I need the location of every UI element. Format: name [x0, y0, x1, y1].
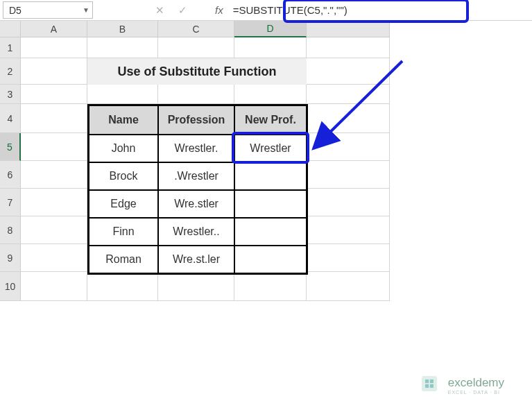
- formula-bar: D5 ▼ ✕ ✓ fx: [0, 0, 532, 21]
- row-header-10[interactable]: 10: [0, 272, 21, 301]
- cell-grid[interactable]: Use of Substitute Function Name Professi…: [21, 37, 390, 301]
- cell-name[interactable]: John: [89, 135, 158, 162]
- cell-newprof[interactable]: [234, 246, 307, 273]
- table-row: Edge Wre.stler: [89, 190, 307, 218]
- cell-profession[interactable]: Wre.stler: [158, 190, 234, 218]
- col-header-D[interactable]: D: [234, 21, 307, 37]
- cell-name[interactable]: Roman: [89, 246, 158, 273]
- row-header-5[interactable]: 5: [0, 133, 21, 161]
- watermark: exceldemy EXCEL · DATA · BI: [418, 372, 504, 398]
- col-header-C[interactable]: C: [158, 21, 234, 37]
- formula-input[interactable]: [229, 1, 529, 19]
- svg-rect-5: [425, 384, 429, 388]
- row-header-1[interactable]: 1: [0, 37, 21, 58]
- cell-profession[interactable]: Wrestler..: [158, 218, 234, 246]
- cell-profession[interactable]: Wre.st.ler: [158, 246, 234, 273]
- data-table: Name Profession New Prof. John Wrestler.…: [87, 104, 308, 275]
- select-all-corner[interactable]: [0, 21, 21, 37]
- column-headers: A B C D: [21, 21, 390, 37]
- cell-newprof[interactable]: Wrestler: [234, 135, 307, 162]
- table-row: Finn Wrestler..: [89, 218, 307, 246]
- row-header-2[interactable]: 2: [0, 58, 21, 85]
- svg-rect-2: [422, 376, 437, 391]
- table-row: Roman Wre.st.ler: [89, 246, 307, 273]
- cell-newprof[interactable]: [234, 218, 307, 246]
- row-header-9[interactable]: 9: [0, 244, 21, 272]
- cell-name[interactable]: Brock: [89, 162, 158, 190]
- col-header-A[interactable]: A: [21, 21, 87, 37]
- svg-rect-6: [430, 384, 434, 388]
- row-header-4[interactable]: 4: [0, 104, 21, 133]
- sheet-area: 1 2 3 4 5 6 7 8 9 10 Use of Substitute F…: [0, 37, 532, 301]
- cell-profession[interactable]: .Wrestler: [158, 162, 234, 190]
- fx-button-group: ✕ ✓ fx: [155, 4, 229, 17]
- logo-icon: [418, 372, 441, 398]
- watermark-brand: exceldemy: [448, 376, 504, 390]
- cancel-icon[interactable]: ✕: [155, 4, 164, 17]
- confirm-icon[interactable]: ✓: [178, 4, 187, 17]
- cell-name[interactable]: Edge: [89, 190, 158, 218]
- page-title: Use of Substitute Function: [87, 58, 307, 85]
- svg-rect-4: [430, 379, 434, 383]
- table-header-newprof: New Prof.: [234, 105, 307, 135]
- svg-rect-3: [425, 379, 429, 383]
- cell-profession[interactable]: Wrestler.: [158, 135, 234, 162]
- table-row: John Wrestler. Wrestler: [89, 135, 307, 162]
- chevron-down-icon[interactable]: ▼: [81, 3, 91, 16]
- row-header-3[interactable]: 3: [0, 85, 21, 104]
- cell-name[interactable]: Finn: [89, 218, 158, 246]
- cell-newprof[interactable]: [234, 190, 307, 218]
- table-header-name: Name: [89, 105, 158, 135]
- row-header-7[interactable]: 7: [0, 189, 21, 216]
- watermark-tagline: EXCEL · DATA · BI: [448, 390, 504, 395]
- name-box[interactable]: D5 ▼: [3, 1, 93, 19]
- row-headers: 1 2 3 4 5 6 7 8 9 10: [0, 37, 21, 301]
- name-box-value: D5: [9, 5, 22, 16]
- cell-newprof[interactable]: [234, 162, 307, 190]
- col-header-B[interactable]: B: [87, 21, 158, 37]
- row-header-8[interactable]: 8: [0, 216, 21, 244]
- table-header-profession: Profession: [158, 105, 234, 135]
- row-header-6[interactable]: 6: [0, 161, 21, 189]
- fx-icon[interactable]: fx: [215, 4, 223, 16]
- table-row: Brock .Wrestler: [89, 162, 307, 190]
- col-header-extra[interactable]: [307, 21, 390, 37]
